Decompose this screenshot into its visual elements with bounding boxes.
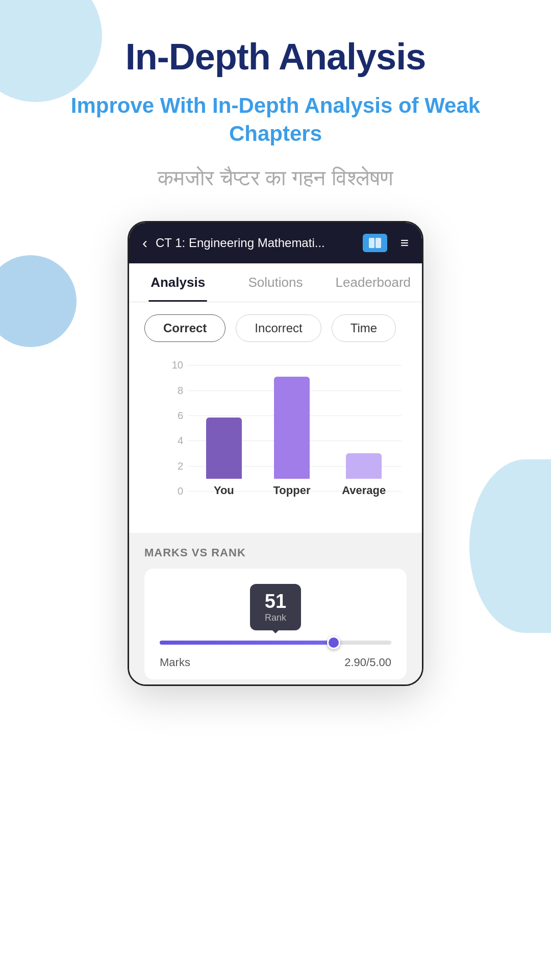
y-label-8: 8: [165, 385, 183, 397]
y-label-10: 10: [165, 359, 183, 371]
subtitle-hindi: कमजोर चैप्टर का गहन विश्लेषण: [158, 166, 393, 190]
bar-chart: 10 8 6 4 2: [144, 359, 407, 523]
tab-leaderboard[interactable]: Leaderboard: [324, 263, 422, 302]
marks-rank-card: 51 Rank Marks 2.90/5.00: [144, 569, 407, 679]
marks-rank-title: MARKS VS RANK: [144, 546, 407, 559]
back-button[interactable]: ‹: [142, 234, 147, 252]
bar-label-average: Average: [342, 484, 386, 497]
filter-correct[interactable]: Correct: [144, 314, 226, 342]
bar-average: [346, 453, 382, 479]
y-label-0: 0: [165, 485, 183, 497]
filter-incorrect[interactable]: Incorrect: [236, 314, 321, 342]
menu-icon[interactable]: ≡: [400, 235, 409, 251]
page-main-title: In-Depth Analysis: [126, 36, 425, 78]
bars-row: You Topper Average: [190, 370, 402, 497]
filter-time[interactable]: Time: [332, 314, 396, 342]
bar-group-topper: Topper: [273, 377, 311, 497]
bar-topper: [274, 377, 310, 479]
bar-group-average: Average: [342, 453, 386, 497]
svg-rect-1: [375, 238, 381, 248]
y-label-6: 6: [165, 410, 183, 422]
slider-thumb: [327, 636, 340, 649]
y-label-2: 2: [165, 460, 183, 472]
tab-solutions[interactable]: Solutions: [227, 263, 324, 302]
rank-label: Rank: [265, 612, 286, 623]
marks-label: Marks: [160, 656, 190, 669]
filter-row: Correct Incorrect Time: [129, 302, 422, 354]
marks-footer: Marks 2.90/5.00: [160, 653, 391, 669]
bar-you: [206, 418, 242, 479]
bar-group-you: You: [206, 418, 242, 497]
bar-label-you: You: [214, 484, 234, 497]
grid-rule: [188, 365, 402, 365]
rank-badge: 51 Rank: [250, 584, 301, 630]
tab-analysis[interactable]: Analysis: [129, 263, 227, 302]
svg-rect-0: [369, 238, 374, 248]
phone-mockup: ‹ CT 1: Engineering Mathemati... ≡ Analy…: [128, 221, 423, 686]
slider-fill: [160, 641, 334, 645]
chart-container: 10 8 6 4 2: [129, 354, 422, 533]
subtitle-english: Improve With In-Depth Analysis of Weak C…: [0, 92, 551, 148]
marks-value: 2.90/5.00: [344, 656, 391, 669]
header-title: CT 1: Engineering Mathemati...: [156, 236, 355, 250]
bar-label-topper: Topper: [273, 484, 311, 497]
marks-slider[interactable]: [160, 641, 391, 645]
book-icon: [363, 234, 387, 252]
rank-tooltip: 51 Rank: [160, 584, 391, 630]
marks-rank-section: MARKS VS RANK 51 Rank Marks 2.: [129, 533, 422, 684]
phone-header: ‹ CT 1: Engineering Mathemati... ≡: [129, 223, 422, 263]
rank-number: 51: [264, 591, 287, 612]
tabs-bar: Analysis Solutions Leaderboard: [129, 263, 422, 302]
y-label-4: 4: [165, 435, 183, 447]
